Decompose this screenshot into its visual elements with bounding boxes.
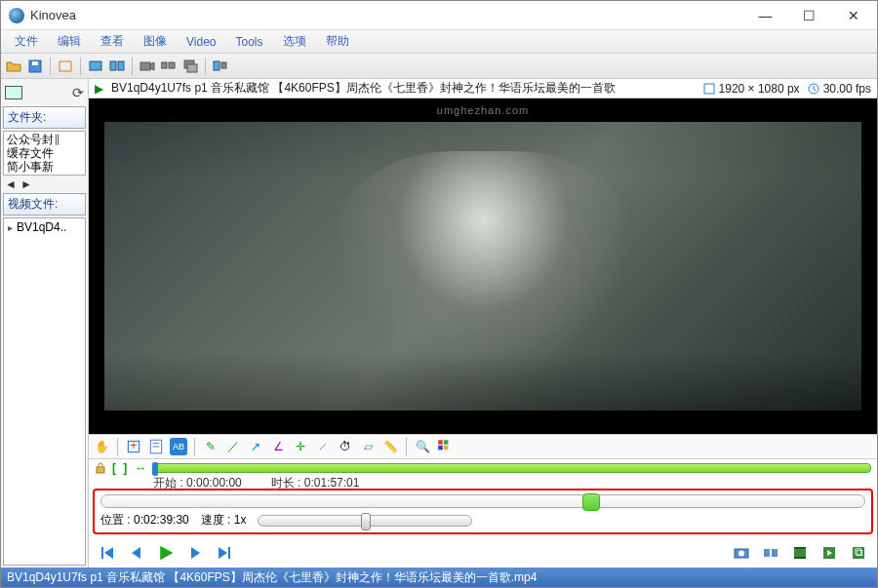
layout-single-icon[interactable] <box>57 58 74 75</box>
ruler-icon[interactable]: 📏 <box>381 438 399 455</box>
screen2-icon[interactable] <box>108 58 126 75</box>
videos-list[interactable]: BV1qD4.. <box>3 217 86 566</box>
close-button[interactable]: ✕ <box>831 1 875 30</box>
open-icon[interactable] <box>5 58 22 75</box>
svg-rect-5 <box>118 61 124 70</box>
snapshot-button[interactable] <box>731 542 752 564</box>
svg-text:⧉: ⧉ <box>855 545 863 559</box>
camera3-icon[interactable] <box>181 58 199 75</box>
timelines: [ ] ↔ 开始 : 0:00:00:00 时长 : 0:01:57:01 <box>89 459 877 487</box>
video-title: BV1qD4y1U7fs p1 音乐私藏馆 【4K60FPS】周杰伦《七里香》封… <box>111 80 616 97</box>
svg-rect-13 <box>704 84 714 94</box>
menu-tools[interactable]: Tools <box>225 35 272 49</box>
status-text: BV1qD4y1U7fs p1 音乐私藏馆 【4K60FPS】周杰伦《七里香》封… <box>7 569 537 586</box>
goto-start-button[interactable] <box>97 542 118 564</box>
hand-tool-icon[interactable]: ✋ <box>93 438 110 455</box>
video-frame <box>104 122 861 411</box>
speed-slider[interactable] <box>258 515 472 527</box>
folder-item[interactable]: 简小事新 <box>5 160 84 174</box>
scrub-knob[interactable] <box>582 493 600 511</box>
menu-edit[interactable]: 编辑 <box>48 33 91 50</box>
timeline-duration: 时长 : 0:01:57:01 <box>271 475 360 487</box>
play-indicator-icon: ▶ <box>95 82 103 96</box>
export-video1-button[interactable] <box>789 542 811 564</box>
position-readout: 位置 : 0:02:39:30 <box>100 512 189 529</box>
svg-rect-28 <box>772 549 778 557</box>
angle-icon[interactable]: ∠ <box>269 438 287 455</box>
export-video2-button[interactable] <box>818 542 840 564</box>
folders-header: 文件夹: <box>3 106 86 129</box>
video-item: BV1qD4.. <box>4 218 85 236</box>
status-bar: BV1qD4y1U7fs p1 音乐私藏馆 【4K60FPS】周杰伦《七里香》封… <box>1 568 877 587</box>
menu-bar: 文件 编辑 查看 图像 Video Tools 选项 帮助 <box>1 30 877 54</box>
speed-readout: 速度 : 1x <box>201 512 247 529</box>
scrub-bar[interactable] <box>100 494 865 508</box>
screen1-icon[interactable] <box>87 58 104 75</box>
svg-text:+: + <box>130 438 138 452</box>
export-strip-button[interactable] <box>760 542 781 564</box>
save-icon[interactable] <box>26 58 44 75</box>
svg-rect-4 <box>110 61 116 70</box>
menu-view[interactable]: 查看 <box>91 33 134 50</box>
working-zone-bar[interactable] <box>152 463 871 473</box>
svg-rect-24 <box>97 467 104 473</box>
folders-list[interactable]: 公众号封‖ 缓存文件 简小事新 <box>3 131 86 176</box>
svg-rect-6 <box>140 62 150 70</box>
nav-back-icon[interactable]: ◄ <box>5 177 17 191</box>
magnifier-icon[interactable]: 🔍 <box>414 438 431 455</box>
window-titlebar: Kinovea — ☐ ✕ <box>1 1 877 30</box>
keyframe-add-icon[interactable]: + <box>125 438 142 455</box>
svg-rect-20 <box>438 440 443 445</box>
menu-help[interactable]: 帮助 <box>316 33 359 50</box>
mixed-icon[interactable] <box>212 58 229 75</box>
maximize-button[interactable]: ☐ <box>787 1 831 30</box>
folder-item[interactable]: 缓存文件 <box>5 146 84 160</box>
stopwatch-icon[interactable]: ⏱ <box>337 438 354 455</box>
camera1-icon[interactable] <box>139 58 156 75</box>
svg-rect-31 <box>794 557 806 559</box>
main-area: ▶ BV1qD4y1U7fs p1 音乐私藏馆 【4K60FPS】周杰伦《七里香… <box>89 79 877 568</box>
nav-fwd-icon[interactable]: ► <box>20 177 32 191</box>
drawing-toolbar: ✋ + AB ✎ ／ ↗ ∠ ✛ ⟋ ⏱ ▱ 📏 🔍 <box>89 434 877 459</box>
svg-rect-12 <box>221 62 226 68</box>
speed-knob[interactable] <box>361 513 371 530</box>
minimize-button[interactable]: — <box>743 1 787 30</box>
range-arrow-icon[interactable]: ↔ <box>135 461 146 475</box>
menu-file[interactable]: 文件 <box>5 33 48 50</box>
svg-rect-3 <box>90 61 101 70</box>
playback-controls: ⧉ <box>89 538 877 568</box>
svg-rect-23 <box>444 446 449 451</box>
export-video3-button[interactable]: ⧉ <box>848 542 869 564</box>
next-frame-button[interactable] <box>184 542 206 564</box>
svg-rect-8 <box>169 62 175 68</box>
label-icon[interactable]: AB <box>170 438 187 455</box>
window-title: Kinovea <box>30 8 743 22</box>
note-icon[interactable] <box>147 438 165 455</box>
lock-icon[interactable] <box>95 462 106 474</box>
crosshair-icon[interactable]: ✛ <box>292 438 309 455</box>
menu-video[interactable]: Video <box>177 35 225 49</box>
svg-rect-11 <box>214 61 220 70</box>
range-brackets-icon[interactable]: [ ] <box>112 461 129 475</box>
folder-item[interactable]: 公众号封‖ <box>5 133 84 146</box>
app-icon <box>9 8 24 23</box>
fps-meta: 30.00 fps <box>808 82 871 96</box>
goto-end-button[interactable] <box>214 542 235 564</box>
video-viewport[interactable]: umghezhan.com <box>89 98 877 434</box>
refresh-icon[interactable]: ⟳ <box>72 85 84 100</box>
play-button[interactable] <box>155 542 177 564</box>
arrow-icon[interactable]: ↗ <box>247 438 264 455</box>
camera2-icon[interactable] <box>160 58 178 75</box>
menu-options[interactable]: 选项 <box>273 33 316 50</box>
svg-rect-1 <box>32 61 38 65</box>
svg-rect-2 <box>60 61 71 71</box>
polyline-icon[interactable]: ⟋ <box>314 438 332 455</box>
prev-frame-button[interactable] <box>126 542 147 564</box>
menu-image[interactable]: 图像 <box>134 33 177 50</box>
line-icon[interactable]: ／ <box>224 438 242 455</box>
grid-icon[interactable]: ▱ <box>359 438 377 455</box>
dimensions-meta: 1920 × 1080 px <box>703 82 800 96</box>
pencil-icon[interactable]: ✎ <box>202 438 220 455</box>
monitor-icon[interactable] <box>5 86 22 99</box>
color-grid-icon[interactable] <box>436 438 454 455</box>
